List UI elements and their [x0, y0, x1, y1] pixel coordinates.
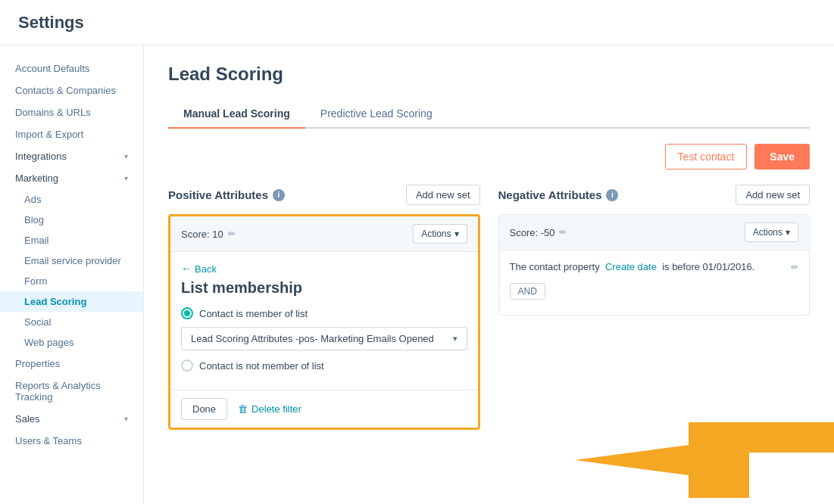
done-button[interactable]: Done — [181, 398, 227, 420]
sidebar-item-reports-analytics[interactable]: Reports & Analytics Tracking — [0, 375, 143, 408]
sidebar-item-import-export[interactable]: Import & Export — [0, 123, 143, 145]
chevron-down-icon: ▾ — [124, 174, 128, 182]
scoring-columns: Positive Attributes i Add new set Score:… — [168, 185, 810, 430]
negative-actions-button[interactable]: Actions ▾ — [745, 222, 798, 242]
delete-filter-link[interactable]: 🗑 Delete filter — [238, 403, 301, 415]
back-arrow-icon: ← — [181, 263, 192, 275]
neg-actions-caret-icon: ▾ — [786, 227, 790, 238]
sidebar-item-marketing[interactable]: Marketing ▾ — [0, 167, 143, 189]
sidebar: Account Defaults Contacts & Companies Do… — [0, 45, 144, 504]
trash-icon: 🗑 — [238, 403, 248, 415]
and-badge: AND — [510, 283, 545, 300]
negative-add-new-set-button[interactable]: Add new set — [736, 185, 810, 205]
radio-member-option[interactable]: Contact is member of list — [181, 307, 467, 319]
positive-attributes-title: Positive Attributes i — [168, 188, 285, 201]
create-date-link[interactable]: Create date — [605, 261, 657, 272]
sidebar-item-integrations[interactable]: Integrations ▾ — [0, 145, 143, 167]
sidebar-item-contacts-companies[interactable]: Contacts & Companies — [0, 79, 143, 101]
svg-marker-0 — [575, 422, 834, 498]
positive-score-card: Score: 10 ✏ Actions ▾ ← Back — [168, 214, 480, 430]
sidebar-item-sales[interactable]: Sales ▾ — [0, 408, 143, 430]
sidebar-item-form[interactable]: Form — [0, 271, 143, 291]
actions-caret-icon: ▾ — [454, 229, 459, 239]
negative-attributes-title: Negative Attributes i — [498, 188, 619, 201]
radio-member-circle — [181, 307, 193, 319]
test-contact-button[interactable]: Test contact — [665, 144, 748, 170]
tab-predictive-lead-scoring[interactable]: Predictive Lead Scoring — [305, 100, 448, 129]
main-content: Lead Scoring Manual Lead Scoring Predict… — [144, 45, 834, 504]
sidebar-item-properties[interactable]: Properties — [0, 353, 143, 375]
sidebar-item-email[interactable]: Email — [0, 230, 143, 250]
save-button[interactable]: Save — [754, 144, 810, 170]
top-bar: Settings — [0, 0, 834, 45]
sidebar-item-lead-scoring[interactable]: Lead Scoring — [0, 291, 143, 312]
positive-add-new-set-button[interactable]: Add new set — [406, 185, 480, 205]
sidebar-item-account-defaults[interactable]: Account Defaults — [0, 58, 143, 79]
radio-not-member-label: Contact is not member of list — [199, 360, 324, 372]
list-dropdown[interactable]: Lead Scoring Attributes -pos- Marketing … — [181, 327, 467, 350]
negative-score-card-header: Score: -50 ✏ Actions ▾ — [499, 215, 810, 250]
positive-score-edit-icon[interactable]: ✏ — [228, 229, 236, 239]
negative-column-header: Negative Attributes i Add new set — [498, 185, 811, 205]
app-title: Settings — [18, 13, 84, 33]
tabs-container: Manual Lead Scoring Predictive Lead Scor… — [168, 100, 810, 129]
toolbar: Test contact Save — [168, 144, 810, 170]
sidebar-item-social[interactable]: Social — [0, 312, 143, 332]
sidebar-item-domains-urls[interactable]: Domains & URLs — [0, 101, 143, 123]
positive-info-icon[interactable]: i — [273, 189, 285, 201]
negative-property-row: The contact property Create date is befo… — [499, 250, 810, 283]
negative-info-icon[interactable]: i — [606, 189, 618, 201]
radio-member-label: Contact is member of list — [199, 308, 308, 319]
neg-property-edit-icon[interactable]: ✏ — [791, 262, 798, 272]
sidebar-item-blog[interactable]: Blog — [0, 210, 143, 230]
negative-score-edit-icon[interactable]: ✏ — [559, 227, 567, 238]
radio-not-member-circle — [181, 359, 193, 372]
sidebar-item-users-teams[interactable]: Users & Teams — [0, 430, 143, 452]
sidebar-item-email-service-provider[interactable]: Email service provider — [0, 250, 143, 271]
sidebar-item-web-pages[interactable]: Web pages — [0, 332, 143, 353]
chevron-down-icon: ▾ — [124, 415, 128, 423]
tab-manual-lead-scoring[interactable]: Manual Lead Scoring — [168, 100, 305, 129]
negative-score-label: Score: -50 ✏ — [510, 227, 567, 238]
main-layout: Account Defaults Contacts & Companies Do… — [0, 45, 834, 504]
page-title: Lead Scoring — [168, 64, 810, 85]
positive-score-card-body: ← Back List membership Contact is member… — [170, 252, 478, 390]
negative-score-card: Score: -50 ✏ Actions ▾ The contact prope… — [498, 214, 811, 316]
radio-not-member-option[interactable]: Contact is not member of list — [181, 359, 467, 372]
positive-actions-button[interactable]: Actions ▾ — [413, 224, 467, 244]
chevron-down-icon: ▾ — [124, 152, 128, 160]
filter-title: List membership — [181, 279, 467, 297]
sidebar-item-ads[interactable]: Ads — [0, 189, 143, 210]
positive-score-label: Score: 10 ✏ — [181, 229, 236, 240]
dropdown-caret-icon: ▾ — [453, 334, 458, 344]
positive-score-card-header: Score: 10 ✏ Actions ▾ — [170, 216, 478, 252]
positive-attributes-column: Positive Attributes i Add new set Score:… — [168, 185, 480, 430]
negative-attributes-column: Negative Attributes i Add new set Score:… — [498, 185, 811, 430]
back-link[interactable]: ← Back — [181, 263, 467, 275]
positive-card-footer: Done 🗑 Delete filter — [170, 390, 478, 428]
positive-column-header: Positive Attributes i Add new set — [168, 185, 480, 205]
scoring-wrapper: Positive Attributes i Add new set Score:… — [168, 185, 810, 430]
